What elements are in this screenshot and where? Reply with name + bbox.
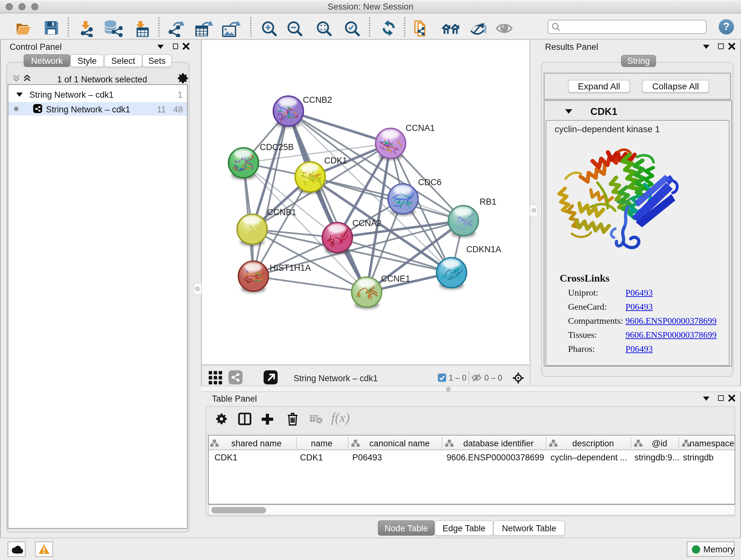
svg-text:CCNB1: CCNB1 xyxy=(267,207,296,217)
svg-text:HIST1H1A: HIST1H1A xyxy=(270,263,311,272)
svg-text:CDK1: CDK1 xyxy=(324,155,347,165)
svg-text:CCNB2: CCNB2 xyxy=(303,95,332,105)
svg-text:CCNE1: CCNE1 xyxy=(381,273,410,283)
svg-text:RB1: RB1 xyxy=(480,197,496,206)
svg-text:CDC25B: CDC25B xyxy=(260,142,294,152)
svg-text:CDKN1A: CDKN1A xyxy=(466,244,501,254)
svg-text:CCNA2: CCNA2 xyxy=(352,218,382,228)
svg-text:CCNA1: CCNA1 xyxy=(406,123,435,132)
svg-text:CDC6: CDC6 xyxy=(418,177,442,187)
